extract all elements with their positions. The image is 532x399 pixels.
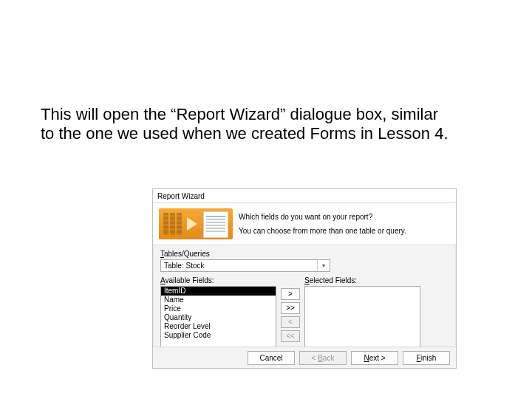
combo-value: Table: Stock	[164, 262, 204, 270]
arrow-icon	[187, 217, 197, 231]
list-item[interactable]: Quantity	[161, 313, 276, 322]
field-transfer-row: Available Fields: ItemID Name Price Quan…	[160, 276, 449, 349]
add-all-button[interactable]: >>	[281, 302, 300, 314]
selected-fields-label: Selected Fields:	[304, 276, 420, 284]
wizard-subtext: You can choose from more than one table …	[239, 226, 406, 236]
list-item[interactable]: Price	[161, 304, 276, 313]
available-fields-label: Available Fields:	[160, 276, 276, 284]
list-item[interactable]: Supplier Code	[161, 331, 276, 340]
wizard-footer: Cancel < Back Next > Finish	[153, 347, 456, 368]
slide: This will open the “Report Wizard” dialo…	[0, 0, 532, 399]
report-icon	[203, 211, 228, 238]
available-column: Available Fields: ItemID Name Price Quan…	[160, 276, 276, 349]
tables-icon	[163, 213, 185, 235]
available-fields-listbox[interactable]: ItemID Name Price Quantity Reorder Level…	[160, 286, 276, 349]
wizard-banner-graphic	[159, 208, 233, 239]
wizard-banner: Which fields do you want on your report?…	[153, 203, 456, 245]
dialog-titlebar: Report Wizard	[153, 189, 456, 203]
list-item[interactable]: Reorder Level	[161, 322, 276, 331]
remove-all-button: <<	[281, 330, 300, 342]
list-item[interactable]: ItemID	[161, 287, 276, 296]
add-one-button[interactable]: >	[281, 288, 300, 300]
next-button[interactable]: Next >	[351, 351, 398, 365]
list-item[interactable]: Name	[161, 296, 276, 304]
report-wizard-dialog: Report Wizard Which fields do you want o…	[152, 188, 457, 369]
cancel-button[interactable]: Cancel	[248, 351, 295, 365]
wizard-banner-text: Which fields do you want on your report?…	[239, 212, 406, 236]
tables-queries-combo[interactable]: Table: Stock ▾	[160, 259, 330, 272]
wizard-body: Tables/Queries Table: Stock ▾ Available …	[153, 245, 456, 349]
chevron-down-icon[interactable]: ▾	[317, 260, 330, 271]
move-buttons: > >> < <<	[281, 288, 300, 342]
back-button: < Back	[299, 351, 347, 365]
dialog-title: Report Wizard	[157, 192, 205, 200]
finish-button[interactable]: Finish	[403, 351, 450, 365]
wizard-question: Which fields do you want on your report?	[239, 212, 406, 222]
selected-fields-listbox[interactable]	[304, 286, 420, 349]
remove-one-button: <	[281, 316, 300, 328]
slide-caption: This will open the “Report Wizard” dialo…	[41, 105, 454, 143]
tables-queries-label: Tables/Queries	[160, 250, 449, 258]
selected-column: Selected Fields:	[304, 276, 420, 349]
